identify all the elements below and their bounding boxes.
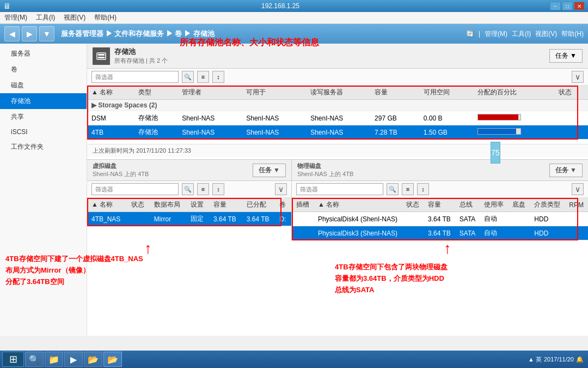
pd-usage-2: 自动: [480, 226, 508, 240]
col-rw-server[interactable]: 读写服务器: [306, 86, 370, 100]
pd-col-media[interactable]: 介质类型: [530, 198, 565, 212]
vd-layout: Mirror: [150, 212, 186, 226]
nav-refresh[interactable]: 🔄: [466, 30, 474, 38]
menu-view[interactable]: 视图(V): [64, 13, 85, 22]
pd-bus-1: SATA: [455, 212, 480, 226]
col-name[interactable]: ▲ 名称: [87, 86, 134, 100]
row-free-2: 1.50 GB: [419, 125, 473, 140]
sidebar-item-iscsi[interactable]: iSCSI: [0, 125, 87, 139]
virtual-disk-header: 虚拟磁盘 ShenI-NAS 上的 4TB 任务 ▼: [87, 160, 291, 181]
start-button[interactable]: ⊞: [2, 352, 24, 367]
sidebar-item-work-folder[interactable]: 工作文件夹: [0, 139, 87, 155]
forward-button[interactable]: ▶: [22, 26, 37, 41]
vd-col-capacity[interactable]: 容量: [209, 198, 242, 212]
vd-filter-sort-icon[interactable]: ↕: [212, 183, 224, 195]
vd-col-name[interactable]: ▲ 名称: [87, 198, 127, 212]
nav-help[interactable]: 帮助(H): [561, 29, 584, 39]
filter-view-icon[interactable]: ≡: [197, 71, 209, 83]
col-available-for[interactable]: 可用于: [242, 86, 306, 100]
taskbar-terminal-icon[interactable]: ▶: [64, 352, 83, 367]
minimize-button[interactable]: −: [550, 2, 561, 10]
nav-view[interactable]: 视图(V): [535, 29, 557, 39]
taskbar-lang: ▲ 英: [528, 355, 542, 364]
maximize-button[interactable]: □: [562, 2, 573, 10]
pd-table-row-2[interactable]: PhysicalDisk3 (ShenI-NAS) 3.64 TB SATA 自…: [292, 226, 588, 240]
physical-disk-task-button[interactable]: 任务 ▼: [549, 164, 583, 177]
pd-filter-view-icon[interactable]: ≡: [402, 183, 414, 195]
pd-col-chassis[interactable]: 底盘: [508, 198, 530, 212]
panel-title-info: 存储池 所有存储池 | 共 2 个: [114, 47, 168, 65]
col-type[interactable]: 类型: [134, 86, 178, 100]
vd-filter-search-icon[interactable]: 🔍: [182, 183, 194, 195]
taskbar-explorer-icon[interactable]: 📂: [84, 352, 102, 367]
pd-chassis-1: [508, 212, 530, 226]
back-button[interactable]: ◀: [4, 26, 20, 41]
storage-pool-task-button[interactable]: 任务 ▼: [549, 49, 583, 63]
col-status[interactable]: 状态: [554, 86, 588, 100]
row-rw-2: ShenI-NAS: [306, 125, 370, 140]
row-capacity-2: 7.28 TB: [370, 125, 419, 140]
vd-col-volume[interactable]: 卷: [275, 198, 291, 212]
pd-media-1: HDD: [530, 212, 565, 226]
pd-col-capacity[interactable]: 容量: [424, 198, 455, 212]
menu-tools[interactable]: 工具(I): [36, 13, 55, 22]
vd-collapse-button[interactable]: ∨: [275, 183, 287, 195]
sidebar-item-server[interactable]: 服务器: [0, 46, 87, 62]
pd-collapse-button[interactable]: ∨: [572, 183, 584, 195]
menu-manage[interactable]: 管理(M): [4, 13, 27, 22]
pd-col-usage[interactable]: 使用率: [480, 198, 508, 212]
pd-col-status[interactable]: 状态: [402, 198, 424, 212]
physical-disk-table: 插槽 ▲ 名称 状态 容量 总线 使用率 底盘 介质类型 RPM: [292, 198, 588, 240]
taskbar-search-icon[interactable]: 🔍: [25, 352, 44, 367]
sidebar-item-volume[interactable]: 卷: [0, 62, 87, 77]
nav-manage[interactable]: 管理(M): [485, 29, 507, 39]
menu-help[interactable]: 帮助(H): [94, 13, 117, 22]
pd-filter-search-icon[interactable]: 🔍: [387, 183, 399, 195]
virtual-disk-task-button[interactable]: 任务 ▼: [253, 164, 286, 177]
filter-sort-icon[interactable]: ↕: [212, 71, 224, 83]
nav-tools[interactable]: 工具(I): [512, 29, 531, 39]
panel-title: 存储池: [114, 47, 168, 57]
pd-col-name[interactable]: ▲ 名称: [314, 198, 402, 212]
vd-allocated: 3.64 TB: [242, 212, 275, 226]
taskbar-server-icon[interactable]: 📂: [103, 352, 122, 367]
vd-col-layout[interactable]: 数据布局: [150, 198, 186, 212]
timestamp-bar: 上次刷新时间为 2017/11/20 11:27:33: [87, 144, 588, 157]
scroll-indicator: 75: [491, 142, 500, 164]
vd-col-status[interactable]: 状态: [127, 198, 150, 212]
physical-disk-filter-input[interactable]: [296, 183, 383, 195]
physical-disk-title-block: 物理磁盘 ShenI-NAS 上的 4TB: [297, 162, 353, 178]
pd-capacity-1: 3.64 TB: [424, 212, 455, 226]
row-rw: ShenI-NAS: [306, 111, 370, 125]
vd-filter-view-icon[interactable]: ≡: [197, 183, 209, 195]
virtual-disk-filter-input[interactable]: [91, 183, 179, 195]
dropdown-button[interactable]: ▼: [39, 26, 54, 41]
pd-col-slot[interactable]: 插槽: [292, 198, 314, 212]
sidebar-item-storage-pool[interactable]: 存储池: [0, 93, 87, 109]
vd-col-setting[interactable]: 设置: [186, 198, 209, 212]
menu-bar: 管理(M) 工具(I) 视图(V) 帮助(H): [0, 12, 588, 24]
vd-col-allocated[interactable]: 已分配: [242, 198, 275, 212]
col-free[interactable]: 可用空间: [419, 86, 473, 100]
filter-search-icon[interactable]: 🔍: [182, 71, 194, 83]
pd-col-rpm[interactable]: RPM: [565, 198, 588, 212]
table-row[interactable]: DSM 存储池 ShenI-NAS ShenI-NAS ShenI-NAS 29…: [87, 111, 588, 125]
vd-table-row[interactable]: 4TB_NAS Mirror 固定 3.64 TB 3.64 TB D:: [87, 212, 291, 226]
row-free: 0.00 B: [419, 111, 473, 125]
storage-pool-filter-input[interactable]: [91, 71, 179, 83]
pd-filter-sort-icon[interactable]: ↕: [417, 183, 429, 195]
col-manager[interactable]: 管理者: [177, 86, 242, 100]
pd-col-bus[interactable]: 总线: [455, 198, 480, 212]
table-row-selected[interactable]: 4TB 存储池 ShenI-NAS ShenI-NAS ShenI-NAS 7.…: [87, 125, 588, 140]
title-bar-controls: − □ ✕: [550, 2, 585, 10]
storage-group-header: ▶ Storage Spaces (2): [87, 100, 588, 111]
pd-table-row-1[interactable]: PhysicalDisk4 (ShenI-NAS) 3.64 TB SATA 自…: [292, 212, 588, 226]
sidebar-item-disk[interactable]: 磁盘: [0, 77, 87, 93]
col-capacity[interactable]: 容量: [370, 86, 419, 100]
sidebar-item-share[interactable]: 共享: [0, 109, 87, 125]
row-status: [554, 111, 588, 125]
close-button[interactable]: ✕: [574, 2, 585, 10]
col-percent[interactable]: 分配的百分比: [473, 86, 554, 100]
collapse-button[interactable]: ∨: [572, 71, 584, 83]
taskbar-folder-icon[interactable]: 📁: [45, 352, 63, 367]
